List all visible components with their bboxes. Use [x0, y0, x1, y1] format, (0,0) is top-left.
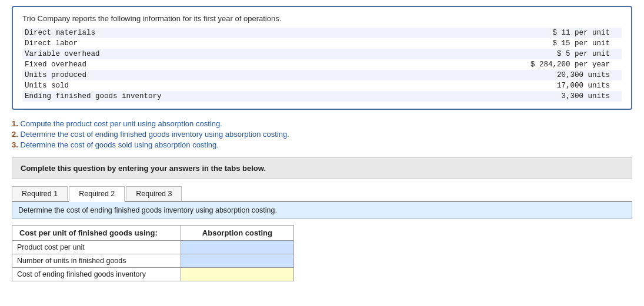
- tabs-row: Required 1Required 2Required 3: [12, 186, 632, 202]
- task-num: 2.: [12, 130, 18, 139]
- row-label: Product cost per unit: [12, 241, 181, 254]
- tab-required-2[interactable]: Required 2: [69, 186, 125, 202]
- info-row: Fixed overhead $ 284,200 per year: [22, 59, 622, 70]
- info-box: Trio Company reports the following infor…: [12, 6, 632, 110]
- info-value: 3,300 units: [352, 91, 622, 102]
- answer-input[interactable]: [183, 242, 291, 253]
- task-text: Compute the product cost per unit using …: [20, 119, 222, 128]
- tasks-section: 1. Compute the product cost per unit usi…: [12, 119, 632, 149]
- info-value: $ 284,200 per year: [352, 59, 622, 70]
- info-table: Direct materials $ 11 per unit Direct la…: [22, 28, 622, 102]
- tab-required-1[interactable]: Required 1: [12, 186, 68, 201]
- input-cell[interactable]: [181, 268, 293, 281]
- intro-text: Trio Company reports the following infor…: [22, 14, 622, 23]
- task-item: 2. Determine the cost of ending finished…: [12, 130, 632, 139]
- info-value: 17,000 units: [352, 80, 622, 91]
- info-row: Ending finished goods inventory 3,300 un…: [22, 91, 622, 102]
- task-text: Determine the cost of goods sold using a…: [20, 140, 218, 149]
- info-value: 20,300 units: [352, 70, 622, 80]
- tab-required-3[interactable]: Required 3: [126, 186, 182, 201]
- answer-row: Cost of ending finished goods inventory: [12, 268, 294, 281]
- task-text: Determine the cost of ending finished go…: [20, 130, 289, 139]
- answer-table: Cost per unit of finished goods using: A…: [12, 225, 294, 281]
- info-value: $ 5 per unit: [352, 49, 622, 59]
- task-item: 1. Compute the product cost per unit usi…: [12, 119, 632, 128]
- row-label: Number of units in finished goods: [12, 254, 181, 268]
- answer-row: Number of units in finished goods: [12, 254, 294, 268]
- task-item: 3. Determine the cost of goods sold usin…: [12, 140, 632, 149]
- task-num: 3.: [12, 140, 18, 149]
- info-label: Units sold: [22, 80, 352, 91]
- info-label: Fixed overhead: [22, 59, 352, 70]
- answer-input[interactable]: [183, 269, 291, 280]
- input-cell[interactable]: [181, 241, 293, 254]
- info-value: $ 15 per unit: [352, 38, 622, 49]
- info-row: Direct labor $ 15 per unit: [22, 38, 622, 49]
- info-value: $ 11 per unit: [352, 28, 622, 38]
- info-label: Variable overhead: [22, 49, 352, 59]
- info-row: Units sold 17,000 units: [22, 80, 622, 91]
- instruction-bar: Complete this question by entering your …: [12, 157, 632, 179]
- info-row: Direct materials $ 11 per unit: [22, 28, 622, 38]
- answer-row: Product cost per unit: [12, 241, 294, 254]
- answer-input[interactable]: [183, 255, 291, 266]
- col-header-left: Cost per unit of finished goods using:: [12, 226, 181, 241]
- task-num: 1.: [12, 119, 18, 128]
- info-row: Variable overhead $ 5 per unit: [22, 49, 622, 59]
- info-label: Units produced: [22, 70, 352, 80]
- info-row: Units produced 20,300 units: [22, 70, 622, 80]
- info-label: Direct labor: [22, 38, 352, 49]
- row-label: Cost of ending finished goods inventory: [12, 268, 181, 281]
- col-header-right: Absorption costing: [181, 226, 293, 241]
- input-cell[interactable]: [181, 254, 293, 268]
- tab-content-bar: Determine the cost of ending finished go…: [12, 202, 632, 219]
- info-label: Ending finished goods inventory: [22, 91, 352, 102]
- info-label: Direct materials: [22, 28, 352, 38]
